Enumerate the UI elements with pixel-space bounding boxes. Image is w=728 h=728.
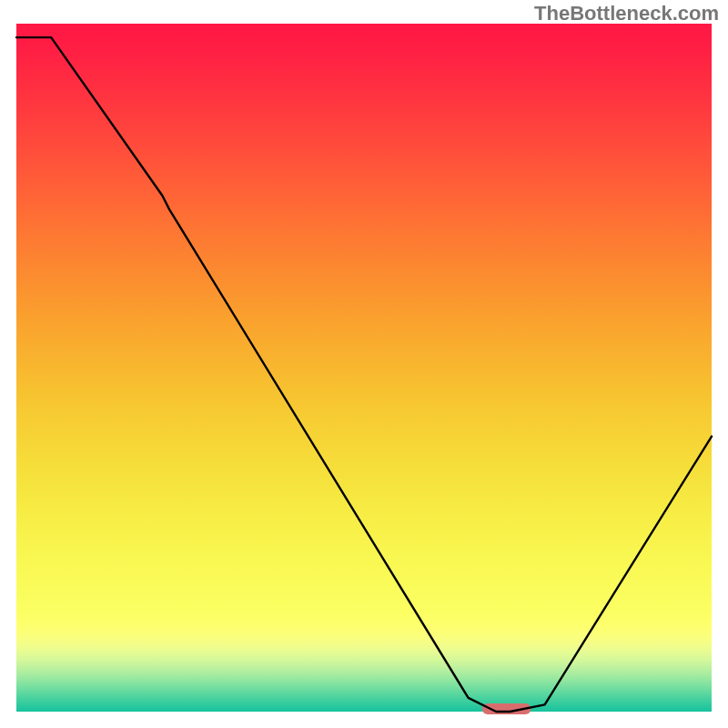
watermark-text: TheBottleneck.com: [534, 2, 719, 25]
svg-rect-0: [16, 24, 712, 712]
bottleneck-chart: TheBottleneck.com: [0, 0, 728, 728]
chart-svg: [0, 0, 728, 728]
